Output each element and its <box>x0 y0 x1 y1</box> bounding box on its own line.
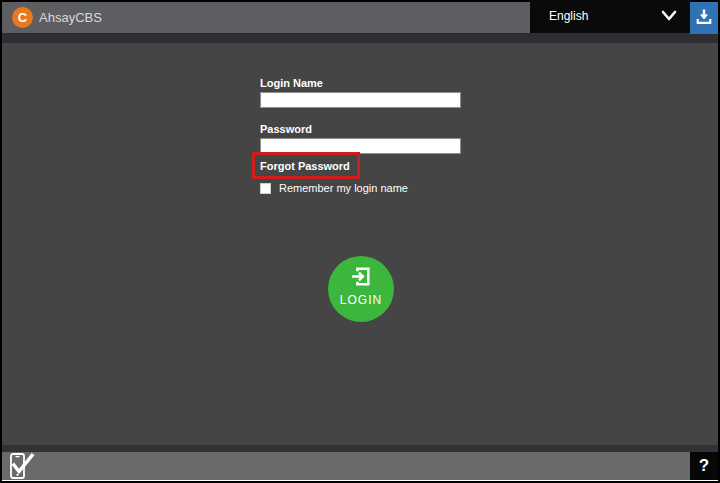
forgot-password-link[interactable]: Forgot Password <box>260 160 350 172</box>
login-name-label: Login Name <box>260 77 323 89</box>
mobile-device-check-icon <box>8 453 38 483</box>
remember-login-row[interactable]: Remember my login name <box>260 182 408 194</box>
forgot-password-annotation-box: Forgot Password <box>252 152 360 179</box>
logo-letter: C <box>18 10 27 25</box>
footer-shadow <box>2 445 718 452</box>
login-page: C AhsayCBS English Login Name Password F… <box>0 0 720 483</box>
enter-arrow-icon <box>349 264 374 292</box>
app-title: AhsayCBS <box>39 2 102 33</box>
topbar-shadow <box>2 33 718 43</box>
language-dropdown[interactable]: English <box>530 0 690 33</box>
remember-login-checkbox[interactable] <box>260 183 271 194</box>
login-button-label: LOGIN <box>340 293 382 307</box>
language-selected-value: English <box>549 0 588 33</box>
login-button[interactable]: LOGIN <box>328 256 394 322</box>
login-name-input[interactable] <box>260 92 461 108</box>
chevron-down-icon <box>661 9 677 27</box>
remember-login-label: Remember my login name <box>279 182 408 194</box>
download-button[interactable] <box>690 2 718 34</box>
help-button[interactable]: ? <box>690 452 718 480</box>
bottom-divider <box>2 480 718 481</box>
password-label: Password <box>260 123 312 135</box>
download-icon <box>694 7 714 30</box>
bottom-bar: ? <box>2 452 718 480</box>
ahsay-logo-icon: C <box>12 7 33 28</box>
